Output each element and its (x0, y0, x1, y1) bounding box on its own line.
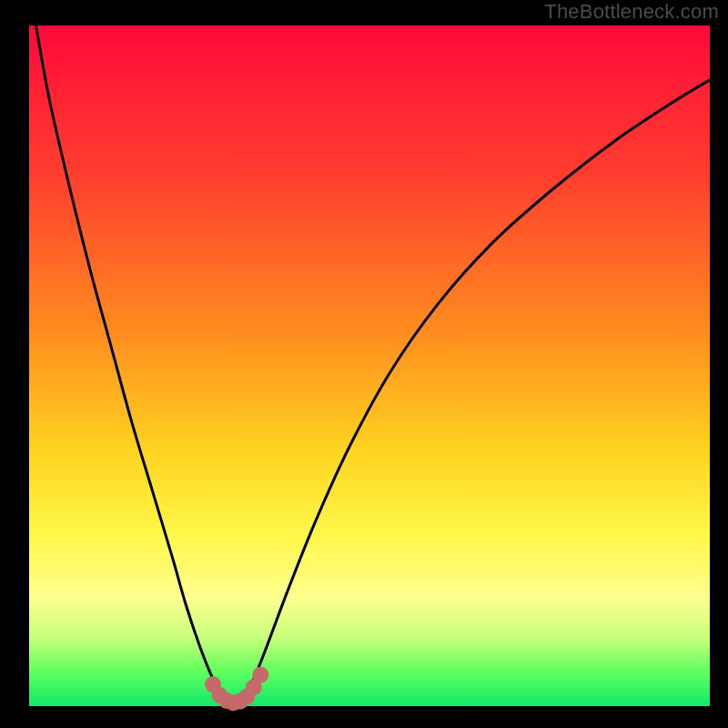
plot-background (29, 25, 710, 706)
optimum-marker (252, 667, 268, 683)
bottleneck-chart (0, 0, 728, 728)
chart-frame: TheBottleneck.com (0, 0, 728, 728)
watermark-text: TheBottleneck.com (544, 0, 719, 24)
